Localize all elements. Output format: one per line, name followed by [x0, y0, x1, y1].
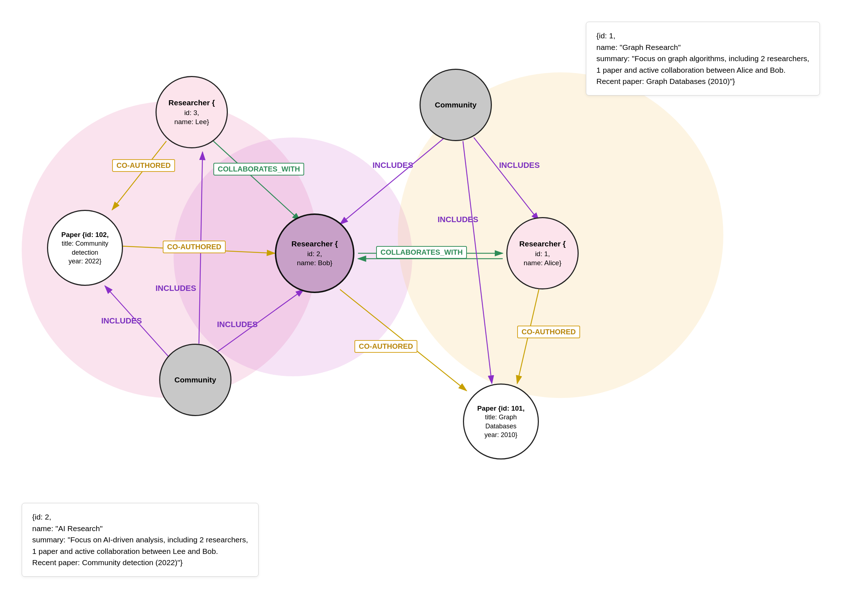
- info-box-ai-research: {id: 2, name: "AI Research" summary: "Fo…: [22, 503, 259, 577]
- node-bob-label: Researcher {: [287, 239, 343, 249]
- edge-includes-comm-paper102: INCLUDES: [98, 315, 146, 327]
- edge-co-authored-bob-paper101: CO-AUTHORED: [355, 340, 417, 353]
- node-community-top-label: Community: [430, 100, 482, 110]
- node-paper101-sublabel: title: GraphDatabasesyear: 2010}: [480, 413, 521, 439]
- edge-collaborates-bob-alice: COLLABORATES_WITH: [376, 246, 467, 259]
- edge-includes-comm-bob: INCLUDES: [213, 318, 261, 331]
- edge-includes-commtop-bob: INCLUDES: [369, 159, 417, 171]
- info-box-graph-research-text: {id: 1, name: "Graph Research" summary: …: [597, 31, 809, 85]
- edge-co-authored-lee-paper102: CO-AUTHORED: [112, 159, 175, 172]
- node-lee-label: Researcher {: [163, 98, 220, 108]
- edge-includes-commtop-paper101: INCLUDES: [434, 213, 482, 226]
- node-lee-sublabel: id: 3,name: Lee}: [171, 108, 213, 127]
- node-paper-101: Paper {id: 101, title: GraphDatabasesyea…: [463, 383, 539, 459]
- edge-co-authored-alice-paper101: CO-AUTHORED: [517, 326, 580, 338]
- node-paper102-label: Paper {id: 102,: [56, 230, 114, 239]
- node-researcher-alice: Researcher { id: 1,name: Alice}: [506, 217, 579, 289]
- node-bob-sublabel: id: 2,name: Bob}: [293, 249, 336, 268]
- node-paper-102: Paper {id: 102, title: Communitydetectio…: [47, 210, 123, 286]
- node-community-bottom-label: Community: [169, 375, 221, 385]
- node-researcher-lee: Researcher { id: 3,name: Lee}: [155, 76, 228, 148]
- edge-co-authored-paper102-bob: CO-AUTHORED: [163, 241, 226, 253]
- info-box-ai-research-text: {id: 2, name: "AI Research" summary: "Fo…: [32, 513, 248, 567]
- node-community-bottom: Community: [159, 344, 231, 416]
- node-alice-sublabel: id: 1,name: Alice}: [520, 249, 565, 268]
- info-box-graph-research: {id: 1, name: "Graph Research" summary: …: [586, 22, 820, 96]
- edge-collaborates-lee-bob: COLLABORATES_WITH: [213, 163, 304, 175]
- node-paper101-label: Paper {id: 101,: [472, 404, 530, 413]
- node-paper102-sublabel: title: Communitydetectionyear: 2022}: [58, 239, 112, 265]
- node-alice-label: Researcher {: [514, 239, 571, 249]
- graph-container: Researcher { id: 3,name: Lee} Researcher…: [0, 0, 868, 610]
- node-researcher-bob: Researcher { id: 2,name: Bob}: [275, 213, 355, 293]
- edge-includes-commtop-alice: INCLUDES: [496, 159, 543, 171]
- edge-includes-comm-lee: INCLUDES: [152, 282, 200, 295]
- node-community-top: Community: [420, 69, 492, 141]
